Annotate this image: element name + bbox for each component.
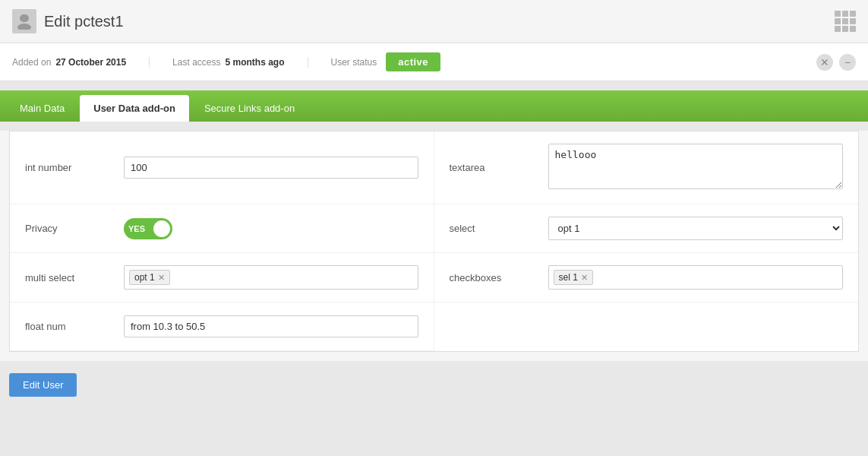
privacy-control: YES [124,218,418,239]
remove-button[interactable]: ✕ [816,54,833,71]
grid-icon[interactable] [835,11,856,32]
user-status-label: User status [331,57,377,68]
tag-remove-opt1[interactable]: ✕ [158,273,165,283]
last-access-value: 5 months ago [225,57,284,68]
checkboxes-tag-input[interactable]: sel 1 ✕ [548,265,844,290]
privacy-toggle[interactable]: YES [124,218,172,239]
info-bar-actions: ✕ − [816,54,856,71]
user-status-section: User status active [331,52,441,71]
float-num-control [124,315,418,337]
multi-select-label: multi select [25,272,124,283]
tag-remove-sel1[interactable]: ✕ [581,273,588,283]
footer: Edit User [0,361,868,409]
last-access-label: Last access [172,57,220,68]
select-input[interactable]: opt 1 opt 2 opt 3 [548,217,844,240]
multi-select-control: opt 1 ✕ [124,265,418,290]
float-num-input[interactable] [124,315,418,337]
tab-secure-links-addon[interactable]: Secure Links add-on [191,95,308,122]
form-row-select: select opt 1 opt 2 opt 3 [434,204,859,253]
tab-main-data[interactable]: Main Data [6,95,78,122]
form-grid: int number textarea hellooo Privacy [10,131,858,351]
select-label: select [450,223,548,234]
textarea-label: textarea [450,162,548,173]
minus-button[interactable]: − [839,54,856,71]
form-row-privacy: Privacy YES [10,204,434,253]
toggle-knob [153,220,170,237]
added-on-value: 27 October 2015 [55,57,126,68]
svg-rect-0 [20,14,29,22]
form-card: int number textarea hellooo Privacy [9,131,859,352]
multi-select-tag-input[interactable]: opt 1 ✕ [124,265,418,290]
privacy-label: Privacy [25,223,124,234]
checkboxes-tag-sel1: sel 1 ✕ [554,270,593,285]
header-left: Edit pctest1 [12,9,124,33]
tabs-container: Main Data User Data add-on Secure Links … [0,90,868,122]
svg-point-1 [17,24,31,30]
form-row-float-num: float num [10,302,434,351]
user-avatar-icon [12,9,36,33]
last-access-section: Last access 5 months ago [172,57,308,68]
tab-user-data-addon[interactable]: User Data add-on [80,95,189,122]
toggle-yes-label: YES [128,224,145,233]
tag-label: sel 1 [559,272,578,283]
page-title: Edit pctest1 [44,13,124,30]
multi-select-tag-opt1: opt 1 ✕ [129,270,170,285]
select-control: opt 1 opt 2 opt 3 [548,217,844,240]
added-on-label: Added on [12,57,51,68]
checkboxes-label: checkboxes [450,272,548,283]
tabs: Main Data User Data add-on Secure Links … [0,90,868,122]
edit-user-button[interactable]: Edit User [9,373,77,397]
int-number-control [124,157,418,179]
toggle-wrapper: YES [124,218,418,239]
tag-label: opt 1 [134,272,155,283]
main-content: int number textarea hellooo Privacy [0,131,868,361]
form-row-textarea: textarea hellooo [434,131,859,204]
form-row-checkboxes: checkboxes sel 1 ✕ [434,253,859,302]
int-number-input[interactable] [124,157,418,179]
info-bar: Added on 27 October 2015 Last access 5 m… [0,43,868,81]
status-badge[interactable]: active [386,52,440,71]
textarea-input[interactable]: hellooo [548,144,844,189]
added-on-section: Added on 27 October 2015 [12,57,150,68]
form-row-empty [434,302,859,351]
page-header: Edit pctest1 [0,0,868,43]
checkboxes-control: sel 1 ✕ [548,265,844,290]
textarea-control: hellooo [548,144,844,192]
float-num-label: float num [25,321,124,332]
form-row-multi-select: multi select opt 1 ✕ [10,253,434,302]
form-row-int-number: int number [10,131,434,204]
int-number-label: int number [25,162,124,173]
